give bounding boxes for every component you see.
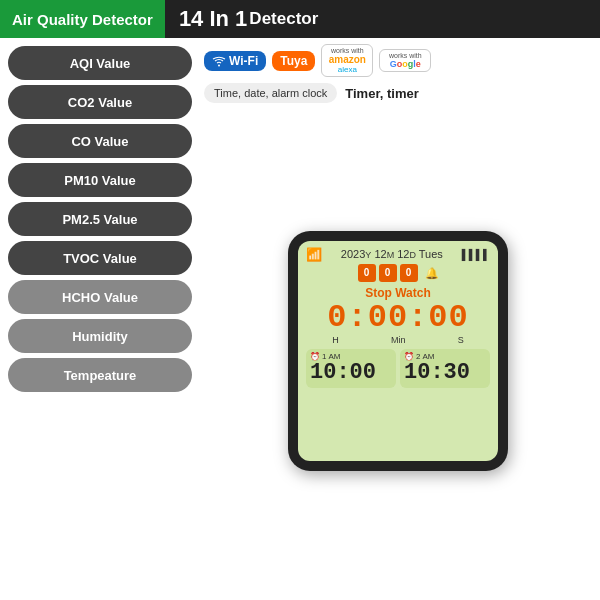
mini-digit-2: 0 bbox=[379, 264, 397, 282]
mini-digit-1: 0 bbox=[358, 264, 376, 282]
status-bar: 📶 2023Y 12M 12D Tues ▌▌▌▌ bbox=[306, 247, 490, 262]
wifi-badge: Wi-Fi bbox=[204, 51, 266, 71]
alexa-works-with-text: works with bbox=[331, 47, 364, 54]
badge-aqi: AQI Value bbox=[8, 46, 192, 80]
stopwatch-units: H Min S bbox=[306, 335, 490, 345]
badge-tvoc: TVOC Value bbox=[8, 241, 192, 275]
device-battery-icon: ▌▌▌▌ bbox=[462, 249, 490, 260]
timer-label: Timer, timer bbox=[345, 86, 418, 101]
header-left: Air Quality Detector bbox=[0, 0, 165, 38]
badge-co: CO Value bbox=[8, 124, 192, 158]
alexa-label: amazon bbox=[329, 54, 366, 65]
alarm-1-box: ⏰ 1 AM 10:00 bbox=[306, 349, 396, 388]
wifi-label: Wi-Fi bbox=[229, 54, 258, 68]
unit-min: Min bbox=[391, 335, 406, 345]
device-screen: 📶 2023Y 12M 12D Tues ▌▌▌▌ bbox=[298, 241, 498, 461]
tuya-badge: Tuya bbox=[272, 51, 315, 71]
badge-co2: CO2 Value bbox=[8, 85, 192, 119]
stopwatch-time: 0:00:00 bbox=[327, 302, 468, 334]
stopwatch-mini-display: 0 0 0 bbox=[358, 264, 418, 282]
wifi-icon bbox=[212, 55, 226, 67]
unit-h: H bbox=[332, 335, 339, 345]
left-panel: AQI Value CO2 Value CO Value PM10 Value … bbox=[0, 38, 200, 600]
badge-pm10: PM10 Value bbox=[8, 163, 192, 197]
mini-digit-3: 0 bbox=[400, 264, 418, 282]
right-panel: Wi-Fi Tuya works with amazon alexa works… bbox=[200, 38, 600, 600]
time-date-badge: Time, date, alarm clock bbox=[204, 83, 337, 103]
google-icon: Google bbox=[390, 59, 421, 69]
badge-humidity: Humidity bbox=[8, 319, 192, 353]
badge-pm25: PM2.5 Value bbox=[8, 202, 192, 236]
icons-row: Wi-Fi Tuya works with amazon alexa works… bbox=[204, 44, 592, 77]
device-date: 2023Y 12M 12D Tues bbox=[341, 248, 443, 260]
alarm-1-time: 10:00 bbox=[310, 361, 392, 385]
main-content: AQI Value CO2 Value CO Value PM10 Value … bbox=[0, 38, 600, 600]
device-area: 📶 2023Y 12M 12D Tues ▌▌▌▌ bbox=[204, 109, 592, 592]
device-mockup: 📶 2023Y 12M 12D Tues ▌▌▌▌ bbox=[288, 231, 508, 471]
device-wifi-icon: 📶 bbox=[306, 247, 322, 262]
alexa-works-with-box: works with amazon alexa bbox=[321, 44, 373, 77]
alarm-bell-icon: 🔔 bbox=[425, 267, 439, 280]
badge-temperature: Tempeature bbox=[8, 358, 192, 392]
tuya-label: Tuya bbox=[280, 54, 307, 68]
alexa-word: alexa bbox=[338, 65, 357, 74]
unit-s: S bbox=[458, 335, 464, 345]
badge-hcho: HCHO Value bbox=[8, 280, 192, 314]
header: Air Quality Detector 14 In 1 Detector bbox=[0, 0, 600, 38]
info-row: Time, date, alarm clock Timer, timer bbox=[204, 83, 592, 103]
google-works-with-box: works with Google bbox=[379, 49, 431, 72]
time-date-label: Time, date, alarm clock bbox=[214, 87, 327, 99]
header-right: 14 In 1 Detector bbox=[165, 0, 600, 38]
stopwatch-label: Stop Watch bbox=[365, 286, 431, 300]
page-container: Air Quality Detector 14 In 1 Detector AQ… bbox=[0, 0, 600, 600]
stopwatch-section: 0 0 0 🔔 Stop Watch 0:00:00 H Min bbox=[306, 264, 490, 345]
alarm-section: ⏰ 1 AM 10:00 ⏰ 2 AM bbox=[306, 349, 490, 388]
alarm-2-time: 10:30 bbox=[404, 361, 486, 385]
header-number: 14 In 1 bbox=[179, 6, 247, 32]
header-title-left: Air Quality Detector bbox=[12, 11, 153, 28]
google-works-with-text: works with bbox=[389, 52, 422, 59]
alarm-2-box: ⏰ 2 AM 10:30 bbox=[400, 349, 490, 388]
svg-point-0 bbox=[218, 64, 220, 66]
header-title-right: Detector bbox=[249, 9, 318, 29]
